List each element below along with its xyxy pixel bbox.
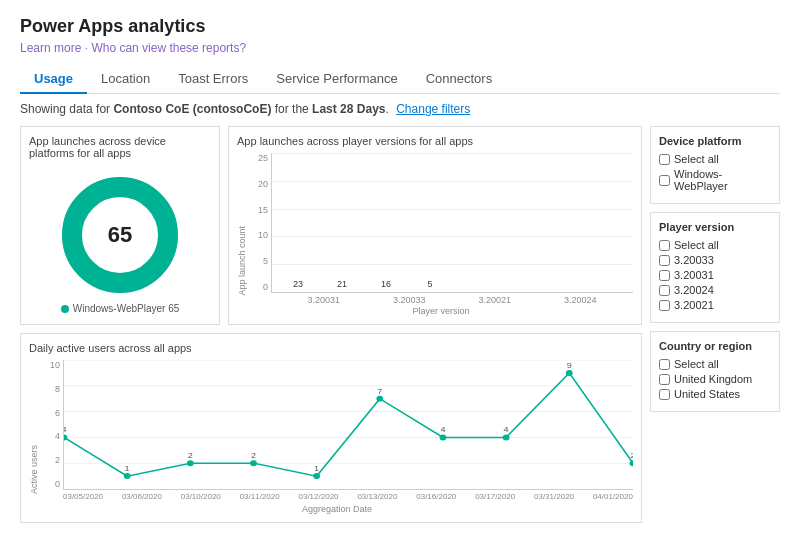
svg-text:1: 1: [314, 464, 319, 473]
device-windows-webplayer[interactable]: Windows-WebPlayer: [659, 168, 771, 192]
learn-more-bar: Learn more · Who can view these reports?: [20, 41, 780, 55]
device-windows-webplayer-label: Windows-WebPlayer: [674, 168, 771, 192]
player-version-title: Player version: [659, 221, 771, 233]
bars-container: 23 21 16: [271, 153, 633, 293]
bar-group-2: 16: [370, 279, 402, 292]
donut-legend: Windows-WebPlayer 65: [61, 303, 180, 314]
device-windows-webplayer-checkbox[interactable]: [659, 175, 670, 186]
bar-value-2: 16: [381, 279, 391, 289]
svg-text:2: 2: [630, 451, 633, 460]
player-3-20024-label: 3.20024: [674, 284, 714, 296]
line-x-labels: 03/05/2020 03/06/2020 03/10/2020 03/11/2…: [41, 490, 633, 503]
bar-value-3: 5: [427, 279, 432, 289]
tab-connectors[interactable]: Connectors: [412, 65, 506, 94]
donut-center-value: 65: [108, 222, 132, 248]
bar-chart-outer: App launch count 25 20 15 10 5: [237, 153, 633, 316]
player-3-20021-label: 3.20021: [674, 299, 714, 311]
tab-toast-errors[interactable]: Toast Errors: [164, 65, 262, 94]
line-svg-wrapper: 4 1 2 2 1 7 4 4 9 2: [63, 360, 633, 490]
country-uk-checkbox[interactable]: [659, 374, 670, 385]
nav-tabs: Usage Location Toast Errors Service Perf…: [20, 65, 780, 94]
svg-point-8: [124, 473, 131, 479]
bar-y-axis-label: App launch count: [237, 226, 247, 296]
bar-x-axis-label: Player version: [249, 306, 633, 316]
player-select-all[interactable]: Select all: [659, 239, 771, 251]
main-area: App launches across device platforms for…: [20, 126, 780, 523]
player-select-all-checkbox[interactable]: [659, 240, 670, 251]
country-region-title: Country or region: [659, 340, 771, 352]
player-3-20024[interactable]: 3.20024: [659, 284, 771, 296]
svg-text:4: 4: [440, 425, 445, 434]
svg-text:2: 2: [251, 451, 256, 460]
bar-chart-box: App launches across player versions for …: [228, 126, 642, 325]
legend-dot: [61, 305, 69, 313]
tab-location[interactable]: Location: [87, 65, 164, 94]
player-3-20033[interactable]: 3.20033: [659, 254, 771, 266]
player-3-20021[interactable]: 3.20021: [659, 299, 771, 311]
device-platform-section: Device platform Select all Windows-WebPl…: [650, 126, 780, 204]
country-us-checkbox[interactable]: [659, 389, 670, 400]
line-chart-svg: 4 1 2 2 1 7 4 4 9 2: [64, 360, 633, 489]
player-version-section: Player version Select all 3.20033 3.2003…: [650, 212, 780, 323]
bar-chart-inner: 25 20 15 10 5 0: [249, 153, 633, 293]
player-select-all-label: Select all: [674, 239, 719, 251]
bar-group-1: 21: [326, 279, 358, 292]
svg-point-14: [503, 434, 510, 440]
who-can-view-link[interactable]: · Who can view these reports?: [85, 41, 246, 55]
filter-bar: Showing data for Contoso CoE (contosoCoE…: [20, 102, 780, 116]
line-chart-outer: Active users 10 8 6 4 2 0: [29, 360, 633, 514]
device-platform-title: Device platform: [659, 135, 771, 147]
svg-text:4: 4: [504, 425, 509, 434]
country-select-all[interactable]: Select all: [659, 358, 771, 370]
device-select-all[interactable]: Select all: [659, 153, 771, 165]
bar-group-0: 23: [282, 279, 314, 292]
top-charts: App launches across device platforms for…: [20, 126, 642, 325]
svg-point-11: [313, 473, 320, 479]
donut-legend-label: Windows-WebPlayer 65: [73, 303, 180, 314]
line-y-axis-label: Active users: [29, 445, 39, 494]
player-3-20021-checkbox[interactable]: [659, 300, 670, 311]
bar-x-labels: 3.20031 3.20033 3.20021 3.20024: [249, 295, 633, 305]
bar-y-ticks: 25 20 15 10 5 0: [249, 153, 271, 293]
tab-usage[interactable]: Usage: [20, 65, 87, 94]
tab-service-performance[interactable]: Service Performance: [262, 65, 411, 94]
donut-chart: 65: [60, 175, 180, 295]
svg-point-16: [630, 460, 633, 466]
bar-chart-title: App launches across player versions for …: [237, 135, 633, 147]
line-y-ticks: 10 8 6 4 2 0: [41, 360, 63, 490]
svg-text:9: 9: [567, 361, 572, 370]
country-select-all-checkbox[interactable]: [659, 359, 670, 370]
country-region-section: Country or region Select all United King…: [650, 331, 780, 412]
player-3-20031[interactable]: 3.20031: [659, 269, 771, 281]
player-3-20033-label: 3.20033: [674, 254, 714, 266]
svg-point-9: [187, 460, 194, 466]
country-select-all-label: Select all: [674, 358, 719, 370]
svg-text:1: 1: [125, 464, 130, 473]
player-3-20033-checkbox[interactable]: [659, 255, 670, 266]
sidebar: Device platform Select all Windows-WebPl…: [650, 126, 780, 523]
bar-value-1: 21: [337, 279, 347, 289]
charts-area: App launches across device platforms for…: [20, 126, 642, 523]
donut-chart-title: App launches across device platforms for…: [29, 135, 211, 159]
bar-value-0: 23: [293, 279, 303, 289]
device-select-all-checkbox[interactable]: [659, 154, 670, 165]
svg-point-12: [376, 396, 383, 402]
line-x-axis-label: Aggregation Date: [41, 504, 633, 514]
learn-more-link[interactable]: Learn more: [20, 41, 81, 55]
svg-text:4: 4: [64, 425, 67, 434]
line-chart-inner: 10 8 6 4 2 0: [41, 360, 633, 490]
line-chart-box: Daily active users across all apps Activ…: [20, 333, 642, 523]
player-3-20024-checkbox[interactable]: [659, 285, 670, 296]
player-3-20031-checkbox[interactable]: [659, 270, 670, 281]
svg-text:2: 2: [188, 451, 193, 460]
svg-text:7: 7: [377, 386, 382, 395]
page-title: Power Apps analytics: [20, 16, 780, 37]
donut-chart-box: App launches across device platforms for…: [20, 126, 220, 325]
country-us[interactable]: United States: [659, 388, 771, 400]
svg-point-13: [440, 434, 447, 440]
change-filters-link[interactable]: Change filters: [396, 102, 470, 116]
player-3-20031-label: 3.20031: [674, 269, 714, 281]
country-uk[interactable]: United Kingdom: [659, 373, 771, 385]
country-us-label: United States: [674, 388, 740, 400]
svg-point-10: [250, 460, 257, 466]
